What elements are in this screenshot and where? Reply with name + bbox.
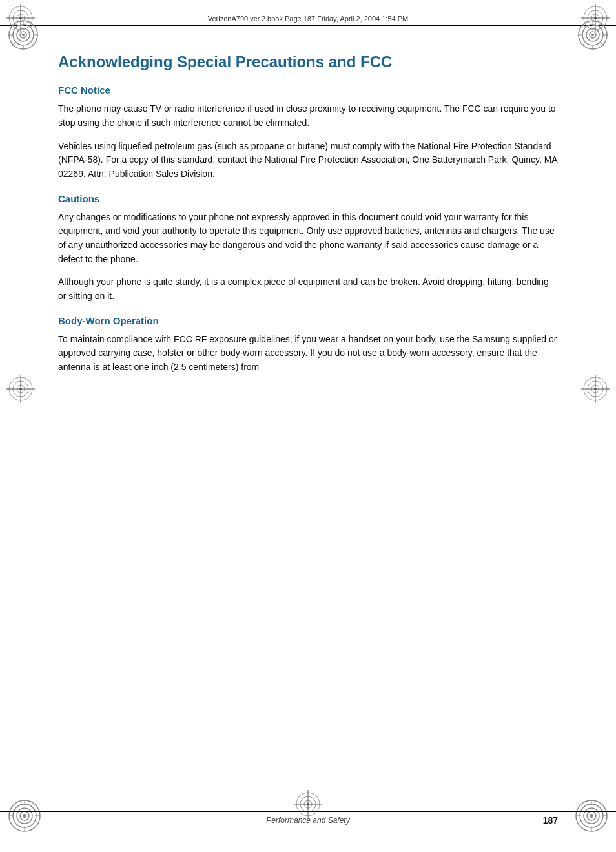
page: VerizonA790 ver.2.book Page 187 Friday, … [0, 0, 616, 852]
rosette-top-right [577, 19, 608, 50]
cautions-para-1: Any changes or modifications to your pho… [58, 211, 558, 267]
svg-point-65 [591, 34, 594, 36]
rosette-top-left [8, 19, 39, 50]
fcc-notice-para-1: The phone may cause TV or radio interfer… [58, 102, 558, 130]
section-heading-cautions: Cautions [58, 193, 558, 204]
svg-point-17 [19, 388, 22, 390]
page-title: Acknowledging Special Precautions and FC… [58, 52, 558, 72]
content-area: Acknowledging Special Precautions and FC… [58, 52, 558, 781]
fcc-notice-para-2: Vehicles using liquefied petroleum gas (… [58, 140, 558, 182]
reg-mark-mid-left [6, 375, 35, 403]
body-worn-para-1: To maintain compliance with FCC RF expos… [58, 333, 558, 375]
svg-point-23 [594, 388, 597, 390]
svg-point-52 [22, 34, 25, 36]
section-heading-body-worn: Body-Worn Operation [58, 315, 558, 326]
reg-mark-mid-right [581, 375, 610, 403]
header-text: VerizonA790 ver.2.book Page 187 Friday, … [208, 15, 408, 23]
footer-section-label: Performance and Safety [266, 816, 349, 825]
footer-page-number: 187 [543, 815, 558, 826]
svg-point-38 [307, 803, 309, 805]
cautions-para-2: Although your phone is quite sturdy, it … [58, 275, 558, 303]
header-bar: VerizonA790 ver.2.book Page 187 Friday, … [0, 12, 616, 26]
section-heading-fcc-notice: FCC Notice [58, 85, 558, 96]
footer: Performance and Safety 187 [0, 811, 616, 825]
